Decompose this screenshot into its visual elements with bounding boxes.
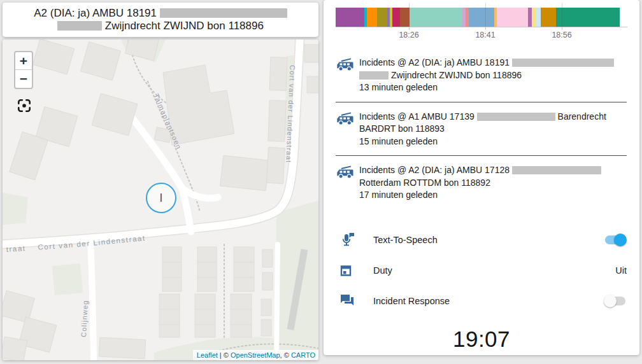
timeline-tick-label: 18:56	[552, 31, 571, 39]
redacted-text	[160, 8, 287, 18]
fire-truck-icon	[336, 111, 355, 126]
redacted-text	[359, 71, 389, 80]
zoom-out-button[interactable]: −	[15, 70, 32, 88]
timeline-tick-label: 18:41	[475, 31, 495, 39]
header-line2: Zwijndrecht ZWIJND bon 118896	[105, 20, 264, 32]
forum-chat-icon	[339, 295, 356, 307]
incident-item[interactable]: Incidents @ A2 (DIA: ja) AMBU 18191 Zwij…	[336, 48, 627, 102]
duty-value: Uit	[615, 265, 627, 276]
attribution-separator: , ©	[280, 351, 291, 359]
map-zoom-control: + −	[14, 51, 33, 89]
incident-timestamp: 17 minuten geleden	[359, 189, 627, 202]
timeline-segment[interactable]	[410, 8, 462, 27]
timeline-axis-area: 18:2618:4118:56	[336, 27, 620, 43]
leaflet-link[interactable]: Leaflet	[197, 351, 218, 359]
timeline-gridline	[485, 3, 486, 27]
timeline-tick	[562, 27, 562, 30]
text-to-speech-label: Text-To-Speech	[373, 235, 604, 245]
redacted-text	[512, 166, 601, 174]
timeline-segment[interactable]	[541, 8, 556, 27]
incident-item[interactable]: Incidents @ A1 AMBU 17139 Barendrecht BA…	[336, 102, 627, 157]
incident-timestamp: 15 minuten geleden	[359, 136, 627, 148]
redacted-text	[477, 113, 555, 121]
timeline-segment[interactable]	[336, 8, 364, 27]
timeline-segment[interactable]	[536, 8, 541, 27]
attribution-separator: | ©	[218, 351, 231, 359]
incident-text: Incidents @ A2 (DIA: ja) AMBU 18191 Zwij…	[359, 57, 627, 81]
timeline-segment[interactable]	[400, 8, 410, 27]
timeline-bar-area[interactable]	[336, 8, 620, 27]
incident-response-row[interactable]: Incident Response	[324, 286, 639, 316]
redacted-text	[57, 21, 102, 31]
timeline-segment[interactable]	[556, 8, 620, 27]
timeline-gridline	[409, 3, 410, 27]
fire-truck-icon	[336, 57, 355, 72]
incident-text: Incidents @ A2 (DIA: ja) AMBU 17128 Rott…	[359, 164, 627, 189]
incident-response-toggle[interactable]	[604, 295, 627, 307]
zoom-in-button[interactable]: +	[15, 52, 32, 70]
incident-item[interactable]: Incidents @ A2 (DIA: ja) AMBU 17128 Rott…	[336, 156, 627, 209]
duty-row[interactable]: Duty Uit	[324, 255, 639, 286]
timeline-segment[interactable]	[497, 8, 528, 27]
text-to-speech-toggle[interactable]	[604, 234, 627, 246]
timeline-segment[interactable]	[469, 8, 494, 27]
duty-label: Duty	[373, 265, 615, 276]
text-to-speech-row[interactable]: Text-To-Speech	[324, 225, 639, 255]
incident-list: Incidents @ A2 (DIA: ja) AMBU 18191 Zwij…	[324, 48, 639, 209]
incident-sidebar: 18:2618:4118:56 Incidents @ A2 (DIA: ja)…	[324, 0, 639, 355]
timeline-chart[interactable]: 18:2618:4118:56	[336, 8, 620, 43]
map-marker-label: I	[159, 191, 162, 205]
incident-text: Incidents @ A1 AMBU 17139 Barendrecht BA…	[359, 111, 627, 136]
calendar-icon	[339, 264, 356, 277]
map-attribution: Leaflet | © OpenStreetMap, © CARTO	[193, 350, 318, 360]
incident-timestamp: 13 minuten geleden	[359, 81, 627, 94]
fire-truck-icon	[336, 165, 355, 179]
toggle-thumb	[614, 234, 627, 246]
crosshair-icon	[17, 98, 32, 113]
timeline-bar[interactable]	[336, 8, 620, 27]
incident-response-label: Incident Response	[373, 296, 604, 306]
timeline-tick	[409, 27, 410, 30]
voice-mic-icon	[339, 233, 356, 247]
timeline-segment[interactable]	[367, 8, 377, 27]
timeline-tick-label: 18:26	[399, 31, 418, 39]
clock-display: 19:07	[324, 326, 639, 352]
street-label: traat	[6, 244, 26, 253]
settings-list: Text-To-Speech Duty Uit	[324, 225, 639, 316]
map-panel[interactable]: traat Cort van der Lindenstraat Cort van…	[3, 39, 318, 360]
map-marker[interactable]: I	[146, 183, 176, 213]
carto-link[interactable]: CARTO	[291, 351, 315, 359]
timeline-segment[interactable]	[377, 8, 387, 27]
timeline-tick	[485, 27, 486, 30]
toggle-thumb	[604, 295, 617, 307]
header-line1: A2 (DIA: ja) AMBU 18191	[34, 7, 157, 19]
locate-button[interactable]	[17, 98, 32, 113]
redacted-text	[512, 59, 614, 67]
active-incident-header: A2 (DIA: ja) AMBU 18191 Zwijndrecht ZWIJ…	[3, 3, 318, 37]
timeline-segment[interactable]	[392, 8, 400, 27]
timeline-gridline	[562, 3, 562, 27]
openstreetmap-link[interactable]: OpenStreetMap	[231, 351, 280, 359]
